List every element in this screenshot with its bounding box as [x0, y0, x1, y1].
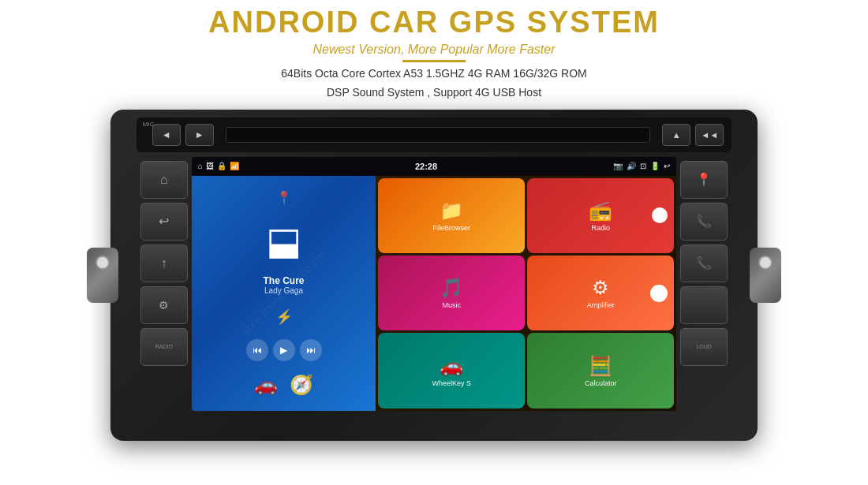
app-grid: 📁 FileBrowser 📻 Radio 🎵 Music	[376, 176, 676, 411]
play-button[interactable]: ▶	[273, 339, 295, 361]
location-row: 📍	[276, 190, 292, 205]
prev-button[interactable]: ⏮	[246, 339, 268, 361]
nav-buttons: ◄ ►	[152, 124, 214, 146]
bluetooth-panel: BDDR TECHNOLOGY CO.,LTD 📍 ⬓ The Cure Lad…	[192, 176, 376, 411]
bottom-section	[137, 411, 731, 435]
mic-label: MIC	[143, 121, 155, 128]
amplifier-icon: ⚙	[592, 277, 609, 299]
ear-hole-right	[758, 256, 773, 270]
ear-hole-left	[95, 256, 110, 270]
main-body: ⌂ ↩ ↑ ⚙ RADIO	[137, 157, 731, 411]
filebrowser-label: FileBrowser	[432, 224, 470, 232]
eject-button[interactable]: ▲	[662, 124, 690, 146]
battery-icon: 🔋	[650, 162, 660, 170]
empty-right-button[interactable]	[680, 286, 728, 324]
steering-wheel-icon: 🚗	[254, 374, 278, 396]
navigation-icon: 🧭	[290, 374, 313, 396]
next-track-button[interactable]: ◄◄	[695, 124, 724, 146]
spec-line-2: DSP Sound System , Support 4G USB Host	[0, 84, 868, 101]
radio-left-button[interactable]: RADIO	[140, 328, 188, 366]
amplifier-circle	[650, 285, 668, 302]
filebrowser-tile[interactable]: 📁 FileBrowser	[378, 178, 525, 253]
return-button[interactable]: ↑	[140, 244, 188, 282]
next-button[interactable]: ⏭	[300, 339, 322, 361]
amplifier-label: Amplifier	[587, 301, 615, 309]
radio-tile[interactable]: 📻 Radio	[527, 178, 674, 253]
loud-button[interactable]: LOUD	[680, 328, 728, 366]
calculator-icon: 🧮	[589, 355, 612, 377]
navigation-right-icon: 📍	[696, 172, 712, 187]
amplifier-tile[interactable]: ⚙ Amplifier	[527, 256, 674, 330]
lock-icon: 🔒	[217, 162, 226, 170]
equalizer-icon: ⚡	[275, 308, 293, 326]
back-icon: ↩	[159, 214, 169, 229]
divider	[402, 60, 466, 62]
spec-line-1: 64Bits Octa Core Cortex A53 1.5GHZ 4G RA…	[0, 65, 868, 82]
phone-icon-1: 📞	[696, 214, 712, 229]
phone-icon-2: 📞	[696, 256, 712, 270]
bluetooth-icon-large: ⬓	[266, 218, 301, 263]
android-screen: ⌂ 🖼 🔒 📶 22:28 📷 🔊 ⊡ 🔋 ↩	[192, 157, 676, 411]
home-button[interactable]: ⌂	[140, 161, 188, 199]
music-icon: 🎵	[440, 277, 463, 299]
nav-back-button[interactable]: ◄	[152, 124, 181, 146]
wifi-icon: ⊡	[640, 162, 646, 170]
calculator-label: Calculator	[585, 379, 617, 387]
status-bar: ⌂ 🖼 🔒 📶 22:28 📷 🔊 ⊡ 🔋 ↩	[192, 157, 676, 176]
header-section: ANDROID CAR GPS SYSTEM Newest Version, M…	[0, 0, 868, 106]
top-control-bar: MIC ◄ ► ▲ ◄◄	[137, 118, 731, 152]
music-label: Music	[442, 301, 461, 309]
back-button[interactable]: ↩	[140, 203, 188, 241]
radio-circle	[652, 207, 668, 223]
image-icon: 🖼	[206, 162, 214, 170]
radio-icon: 📻	[589, 200, 612, 222]
home-status-icon: ⌂	[198, 162, 203, 170]
phone-button-1[interactable]: 📞	[680, 203, 728, 241]
cd-slot	[226, 127, 650, 143]
side-buttons-right: 📍 📞 📞 LOUD	[676, 157, 731, 411]
current-time: 22:28	[415, 162, 437, 171]
mounting-ear-right	[750, 248, 781, 303]
music-tile[interactable]: 🎵 Music	[378, 256, 525, 330]
wheelkey-label: WheelKey S	[432, 379, 471, 387]
phone-button-2[interactable]: 📞	[680, 244, 728, 282]
mounting-ear-left	[87, 248, 118, 303]
settings-button[interactable]: ⚙	[140, 286, 188, 324]
radio-label: Radio	[591, 224, 610, 232]
status-right: 📷 🔊 ⊡ 🔋 ↩	[613, 162, 670, 170]
status-left: ⌂ 🖼 🔒 📶	[198, 162, 239, 170]
navigation-right-button[interactable]: 📍	[680, 161, 728, 199]
settings-icon: ⚙	[159, 299, 169, 312]
loud-label: LOUD	[696, 344, 711, 349]
home-icon: ⌂	[160, 173, 168, 187]
right-buttons: ▲ ◄◄	[662, 124, 724, 146]
page-title: ANDROID CAR GPS SYSTEM	[0, 6, 868, 39]
radio-left-label: RADIO	[155, 344, 173, 349]
location-pin-icon: 📍	[276, 190, 292, 205]
player-controls[interactable]: ⏮ ▶ ⏭	[246, 339, 322, 361]
screen-wrapper: ⌂ 🖼 🔒 📶 22:28 📷 🔊 ⊡ 🔋 ↩	[192, 157, 676, 411]
wheelkey-icon: 🚗	[440, 355, 463, 377]
screen-content: BDDR TECHNOLOGY CO.,LTD 📍 ⬓ The Cure Lad…	[192, 176, 676, 411]
return-icon: ↑	[161, 256, 167, 270]
filebrowser-icon: 📁	[440, 200, 463, 222]
signal-icon: 📶	[230, 162, 239, 170]
wheelkey-tile[interactable]: 🚗 WheelKey S	[378, 333, 525, 408]
subtitle: Newest Version, More Popular More Faster	[0, 43, 868, 57]
device-container: MIC ◄ ► ▲ ◄◄ ⌂ ↩ ↑	[0, 110, 868, 441]
calculator-tile[interactable]: 🧮 Calculator	[527, 333, 674, 408]
bottom-icons-row: 🚗 🧭	[254, 374, 313, 396]
camera-icon: 📷	[613, 162, 623, 170]
android-back-icon: ↩	[664, 162, 670, 170]
volume-icon: 🔊	[627, 162, 636, 170]
side-buttons-left: ⌂ ↩ ↑ ⚙ RADIO	[137, 157, 192, 411]
nav-forward-button[interactable]: ►	[185, 124, 214, 146]
car-unit: MIC ◄ ► ▲ ◄◄ ⌂ ↩ ↑	[110, 110, 758, 441]
